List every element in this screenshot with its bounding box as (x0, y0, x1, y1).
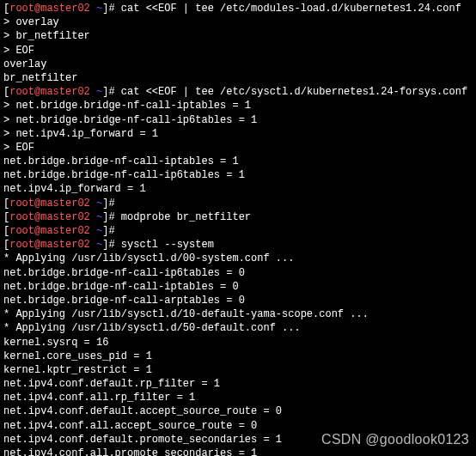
terminal-line: [root@master02 ~]# cat <<EOF | tee /etc/… (3, 2, 473, 15)
terminal-line: net.bridge.bridge-nf-call-arptables = 0 (3, 294, 473, 307)
prompt-user: root@master02 (9, 3, 96, 15)
command-text: cat <<EOF | tee /etc/sysctl.d/kubernetes… (121, 86, 467, 98)
terminal-line: net.bridge.bridge-nf-call-iptables = 1 (3, 155, 473, 168)
prompt-user: root@master02 (9, 225, 96, 237)
terminal-line: > overlay (3, 15, 473, 29)
terminal-line: net.bridge.bridge-nf-call-ip6tables = 1 (3, 168, 473, 182)
terminal-line: [root@master02 ~]# (3, 224, 473, 238)
terminal-line: [root@master02 ~]# sysctl --system (3, 238, 473, 252)
terminal-line: overlay (3, 58, 473, 71)
terminal-line: > EOF (3, 141, 473, 155)
terminal-line: kernel.core_uses_pid = 1 (3, 350, 473, 363)
prompt-user: root@master02 (9, 86, 96, 98)
terminal-line: kernel.sysrq = 16 (3, 336, 473, 350)
terminal-line: > br_netfilter (3, 29, 473, 43)
terminal-line: * Applying /usr/lib/sysctl.d/10-default-… (3, 307, 473, 321)
terminal-line: net.ipv4.conf.default.rp_filter = 1 (3, 377, 473, 391)
terminal-line: br_netfilter (3, 71, 473, 85)
terminal-line: net.bridge.bridge-nf-call-iptables = 0 (3, 280, 473, 294)
terminal-line: * Applying /usr/lib/sysctl.d/50-default.… (3, 321, 473, 335)
terminal-line: > net.bridge.bridge-nf-call-iptables = 1 (3, 99, 473, 112)
terminal-line: * Applying /usr/lib/sysctl.d/00-system.c… (3, 252, 473, 265)
terminal-line: net.ipv4.ip_forward = 1 (3, 182, 473, 196)
terminal-line: [root@master02 ~]# (3, 197, 473, 210)
terminal-line: > EOF (3, 44, 473, 58)
terminal-line: > net.ipv4.ip_forward = 1 (3, 127, 473, 141)
prompt-user: root@master02 (9, 198, 96, 210)
watermark: CSDN @goodlook0123 (321, 430, 469, 449)
terminal-output[interactable]: [root@master02 ~]# cat <<EOF | tee /etc/… (3, 2, 473, 456)
terminal-line: [root@master02 ~]# modprobe br_netfilter (3, 210, 473, 224)
terminal-line: net.ipv4.conf.default.accept_source_rout… (3, 404, 473, 418)
prompt-user: root@master02 (9, 239, 96, 251)
command-text: sysctl --system (121, 239, 214, 251)
prompt-user: root@master02 (9, 211, 96, 223)
terminal-line: net.bridge.bridge-nf-call-ip6tables = 0 (3, 266, 473, 280)
command-text: modprobe br_netfilter (121, 211, 251, 223)
terminal-line: > net.bridge.bridge-nf-call-ip6tables = … (3, 113, 473, 127)
terminal-line: net.ipv4.conf.all.rp_filter = 1 (3, 391, 473, 404)
terminal-line: [root@master02 ~]# cat <<EOF | tee /etc/… (3, 85, 473, 99)
terminal-line: kernel.kptr_restrict = 1 (3, 363, 473, 377)
command-text: cat <<EOF | tee /etc/modules-load.d/kube… (121, 3, 461, 15)
